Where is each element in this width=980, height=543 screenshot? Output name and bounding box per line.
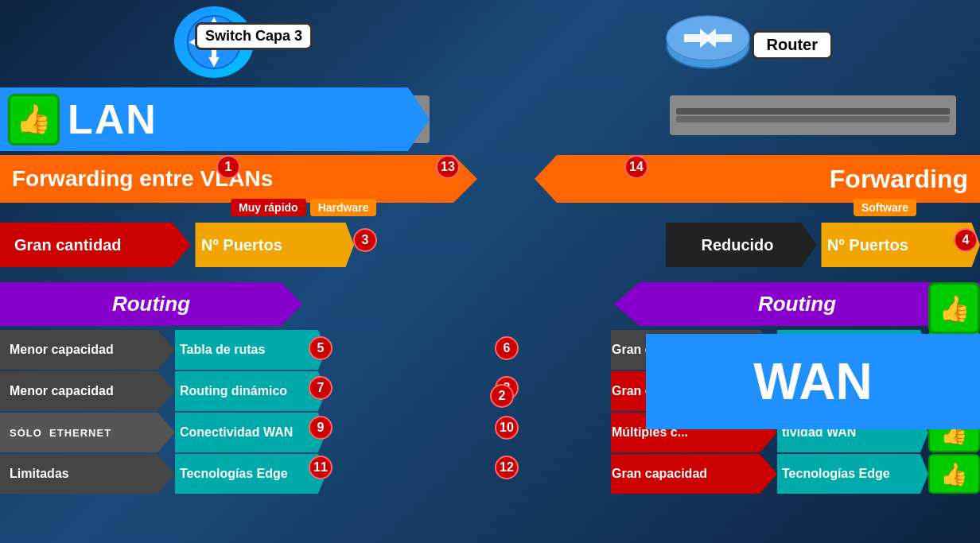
rack-right-stripe-2 <box>676 116 950 122</box>
badge-2: 2 <box>490 384 514 408</box>
left-row-1: Menor capacidad Tabla de rutas <box>0 330 469 370</box>
rack-right-stripe-1 <box>676 108 950 114</box>
thumbs-routing-right: 👍 <box>928 282 980 334</box>
left-row-3: SÓLO ETHERNET Conectividad WAN <box>0 413 469 452</box>
badge-1: 1 <box>216 155 240 179</box>
router-label: Router <box>752 30 833 60</box>
gran-cantidad-label: Gran cantidad <box>0 223 191 267</box>
routing-right-banner: Routing <box>614 282 980 326</box>
left-row-1-label: Menor capacidad <box>0 330 175 370</box>
left-row-2-value: Routing dinámico <box>167 371 326 411</box>
reducido-label: Reducido <box>658 223 817 267</box>
badge-10: 10 <box>495 416 519 440</box>
lan-label: LAN <box>68 95 158 143</box>
right-row-4-value: Tecnologías Edge <box>769 454 928 494</box>
switch-capa3-label: Switch Capa 3 <box>195 22 313 50</box>
left-row-4: Limitadas Tecnologías Edge <box>0 454 469 494</box>
left-row-3-label: SÓLO ETHERNET <box>0 413 175 452</box>
right-row-4-label: Gran capacidad <box>602 454 777 494</box>
badge-14: 14 <box>624 155 648 179</box>
npuertos-left-label: Nº Puertos <box>187 223 354 267</box>
left-row-3-value: Conectividad WAN <box>167 413 326 452</box>
router-block: Router <box>664 6 833 60</box>
routing-right-text: Routing <box>758 292 836 316</box>
badge-7: 7 <box>309 376 332 400</box>
forwarding-right-banner: Forwarding <box>535 155 980 203</box>
thumbs-up-left: 👍 <box>8 94 60 145</box>
wan-banner: WAN <box>646 334 980 429</box>
wan-label: WAN <box>753 352 872 411</box>
thumbs-up-left-icon: 👍 <box>16 103 52 136</box>
table-rows-left: Menor capacidad Tabla de rutas Menor cap… <box>0 330 469 494</box>
routing-left-text: Routing <box>112 292 190 316</box>
left-row-2: Menor capacidad Routing dinámico <box>0 371 469 411</box>
left-row-2-label: Menor capacidad <box>0 371 175 411</box>
routing-left-banner: Routing <box>0 282 302 326</box>
badge-11: 11 <box>309 456 332 479</box>
ports-row-right: Reducido Nº Puertos <box>662 223 980 267</box>
tag-hardware: Hardware <box>310 199 377 216</box>
main-container: Switch Capa 3 Router 👍 <box>0 0 980 543</box>
badge-13: 13 <box>436 155 460 179</box>
badge-3: 3 <box>353 228 377 252</box>
tag-muyrapido: Muy rápido <box>231 199 306 216</box>
left-row-1-value: Tabla de rutas <box>167 330 326 370</box>
forwarding-right-text: Forwarding <box>830 165 968 194</box>
badge-4: 4 <box>954 228 978 252</box>
badge-5: 5 <box>309 336 332 360</box>
sub-tags-left: Muy rápido Hardware <box>231 199 376 216</box>
thumbs-row-4: 👍 <box>928 454 980 494</box>
router-icon <box>664 6 752 78</box>
thumbs-row-4-icon: 👍 <box>940 461 968 487</box>
left-row-4-value: Tecnologías Edge <box>167 454 326 494</box>
thumbs-routing-right-icon: 👍 <box>939 293 970 324</box>
tag-software: Software <box>854 199 916 216</box>
sub-tags-right: Software <box>854 199 916 216</box>
ports-row-left: Gran cantidad Nº Puertos <box>0 223 354 267</box>
badge-12: 12 <box>495 456 519 479</box>
rack-right <box>670 95 956 135</box>
switch-block: Switch Capa 3 <box>115 6 313 50</box>
badge-6: 6 <box>495 336 519 360</box>
lan-banner: 👍 LAN <box>0 87 430 151</box>
right-row-4: Gran capacidad Tecnologías Edge 👍 <box>511 454 980 494</box>
badge-9: 9 <box>309 416 332 440</box>
left-row-4-label: Limitadas <box>0 454 175 494</box>
